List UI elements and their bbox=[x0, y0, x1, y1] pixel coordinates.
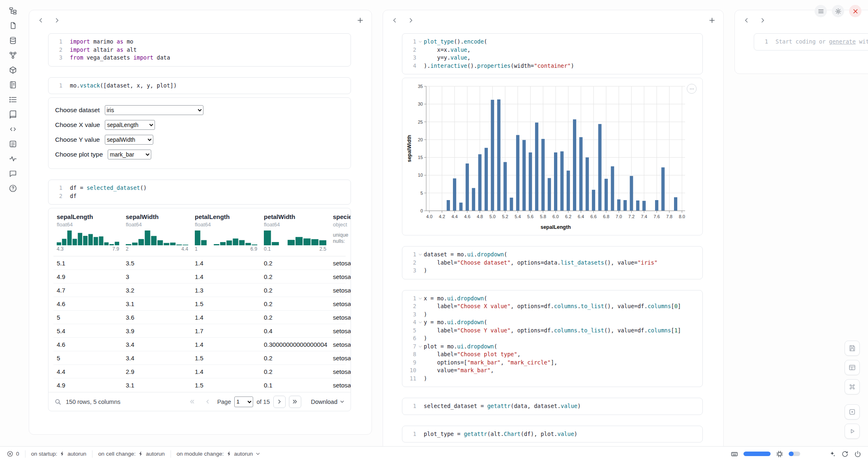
column-scroll-left-button[interactable] bbox=[743, 17, 750, 24]
settings-button[interactable] bbox=[832, 5, 844, 17]
sidebar-packages-button[interactable] bbox=[8, 66, 18, 75]
code-line: 5 label="Choose Y value", options=df.col… bbox=[406, 327, 697, 335]
fold-toggle-icon[interactable] bbox=[416, 343, 424, 351]
empty-cell-editor[interactable]: 1 Start coding or generate with bbox=[754, 33, 868, 51]
sidebar-tracing-button[interactable] bbox=[8, 154, 18, 164]
restart-icon[interactable] bbox=[841, 450, 849, 458]
table-cell: 0.2 bbox=[261, 287, 330, 294]
column-scroll-right-button[interactable] bbox=[407, 17, 414, 24]
table-output: sepalLength float644.37.9 sepalWidth flo… bbox=[48, 208, 351, 411]
first-page-button[interactable] bbox=[186, 396, 198, 408]
cell-editor[interactable]: 1plot_type = getattr(alt.Chart(df), plot… bbox=[402, 426, 703, 443]
add-cell-button[interactable] bbox=[356, 16, 364, 24]
next-page-button[interactable] bbox=[273, 396, 286, 408]
sidebar-notebook-button[interactable] bbox=[8, 81, 18, 90]
cell-editor[interactable]: 1plot_type().encode(2 x=x.value,3 y=y.va… bbox=[402, 33, 703, 74]
page-of-label: of 15 bbox=[256, 399, 270, 405]
table-row: 4.93.11.50.1setosa bbox=[53, 378, 346, 392]
save-button[interactable] bbox=[845, 341, 860, 356]
chevron-down-icon bbox=[339, 399, 345, 404]
sidebar-files-button[interactable] bbox=[8, 21, 18, 31]
menu-button[interactable] bbox=[815, 5, 827, 17]
sidebar-help-button[interactable] bbox=[8, 184, 18, 194]
table-cell: 5.4 bbox=[53, 327, 122, 334]
table-footer: 150 rows, 5 columns Page 1 of 15 Downloa… bbox=[48, 392, 351, 411]
cell-editor[interactable]: 1df = selected_dataset()2df bbox=[48, 180, 351, 205]
fold-toggle-icon[interactable] bbox=[416, 251, 424, 259]
column-scroll-left-button[interactable] bbox=[37, 17, 44, 24]
line-number: 1 bbox=[406, 295, 416, 303]
download-button[interactable]: Download bbox=[311, 399, 345, 405]
cell-editor[interactable]: 1import marimo as mo2import altair as al… bbox=[48, 33, 351, 67]
plot-type-dropdown[interactable]: mark_bar bbox=[108, 150, 151, 159]
search-icon[interactable] bbox=[54, 398, 62, 406]
cell-editor[interactable]: 1mo.vstack([dataset, x, y, plot]) bbox=[48, 77, 351, 95]
column-histogram bbox=[195, 230, 257, 245]
fold-toggle-icon[interactable] bbox=[416, 38, 424, 46]
generate-link[interactable]: generate bbox=[829, 38, 856, 45]
stop-button[interactable] bbox=[845, 404, 860, 420]
svg-text:4.2: 4.2 bbox=[439, 214, 445, 219]
help-icon bbox=[9, 184, 17, 193]
runtime-config-0[interactable]: on startup: autorun bbox=[31, 451, 87, 457]
line-number: 1 bbox=[406, 402, 416, 410]
runtime-config-2[interactable]: on module change: autorun bbox=[177, 451, 261, 457]
code-line: 1x = mo.ui.dropdown( bbox=[406, 295, 697, 303]
svg-text:4.6: 4.6 bbox=[464, 214, 470, 219]
circle-x-icon bbox=[7, 450, 14, 457]
line-number: 1 bbox=[406, 38, 416, 46]
power-icon[interactable] bbox=[854, 450, 861, 458]
column-scroll-right-button[interactable] bbox=[759, 17, 766, 24]
keyboard-shortcuts-button[interactable] bbox=[845, 379, 860, 394]
line-number: 1 bbox=[52, 82, 62, 90]
keyboard-icon[interactable] bbox=[731, 450, 738, 458]
code-line: 3 y=y.value, bbox=[406, 54, 697, 62]
sidebar-documentation-button[interactable] bbox=[8, 110, 18, 120]
table-column-header: sepalLength float644.37.9 bbox=[53, 213, 122, 253]
line-number: 2 bbox=[406, 259, 416, 267]
chart-actions-button[interactable] bbox=[687, 84, 697, 94]
sidebar-dependency-graph-button[interactable] bbox=[8, 51, 18, 60]
table-cell: 1.5 bbox=[192, 300, 261, 307]
column-scroll-left-button[interactable] bbox=[391, 17, 398, 24]
sidebar-database-button[interactable] bbox=[8, 36, 18, 46]
run-button[interactable] bbox=[845, 424, 860, 439]
cell-editor[interactable]: 1selected_dataset = getattr(data, datase… bbox=[402, 398, 703, 415]
dropdown-row: Choose X value sepalLength bbox=[55, 119, 344, 131]
layout-button[interactable] bbox=[845, 360, 860, 375]
column-name: species bbox=[333, 213, 351, 221]
table-cell: 1.4 bbox=[192, 260, 261, 267]
table-cell: 4.6 bbox=[53, 341, 122, 348]
dropdown-label: Choose plot type bbox=[55, 151, 103, 158]
dataset-dropdown[interactable]: iris bbox=[105, 105, 203, 115]
page-select[interactable]: 1 bbox=[234, 396, 253, 407]
last-page-button[interactable] bbox=[289, 396, 301, 408]
table-scroll-area[interactable]: sepalLength float644.37.9 sepalWidth flo… bbox=[48, 208, 351, 392]
sparkles-icon[interactable] bbox=[829, 450, 836, 458]
fold-toggle-icon[interactable] bbox=[416, 295, 424, 303]
fold-toggle-icon[interactable] bbox=[416, 318, 424, 327]
shutdown-button[interactable] bbox=[849, 5, 861, 17]
cell-editor[interactable]: 1x = mo.ui.dropdown(2 label="Choose X va… bbox=[402, 290, 703, 387]
prev-page-button[interactable] bbox=[201, 396, 214, 408]
runtime-config-1[interactable]: on cell change: autorun bbox=[98, 451, 165, 457]
line-number: 3 bbox=[406, 54, 416, 62]
sidebar-snippets-button[interactable] bbox=[8, 125, 18, 134]
table-cell: 0.2 bbox=[261, 355, 330, 362]
bar-chart[interactable]: 4.04.24.44.64.85.05.25.45.65.86.06.26.46… bbox=[406, 83, 693, 231]
sidebar-chat-button[interactable] bbox=[8, 169, 18, 179]
chat-icon bbox=[9, 169, 17, 178]
line-number: 2 bbox=[406, 46, 416, 54]
error-indicator[interactable]: 0 bbox=[7, 450, 19, 457]
dependency-graph-icon bbox=[9, 51, 17, 60]
sidebar-file-tree-button[interactable] bbox=[8, 7, 18, 16]
table-cell: 0.2 bbox=[261, 273, 330, 280]
code-line: 3) bbox=[406, 267, 697, 275]
x-value-dropdown[interactable]: sepalLength bbox=[105, 120, 155, 130]
sidebar-outline-button[interactable] bbox=[8, 95, 18, 105]
cell-editor[interactable]: 1dataset = mo.ui.dropdown(2 label="Choos… bbox=[402, 246, 703, 279]
y-value-dropdown[interactable]: sepalWidth bbox=[105, 135, 153, 145]
add-cell-button[interactable] bbox=[708, 16, 716, 24]
column-scroll-right-button[interactable] bbox=[53, 17, 60, 24]
sidebar-scratchpad-button[interactable] bbox=[8, 140, 18, 149]
